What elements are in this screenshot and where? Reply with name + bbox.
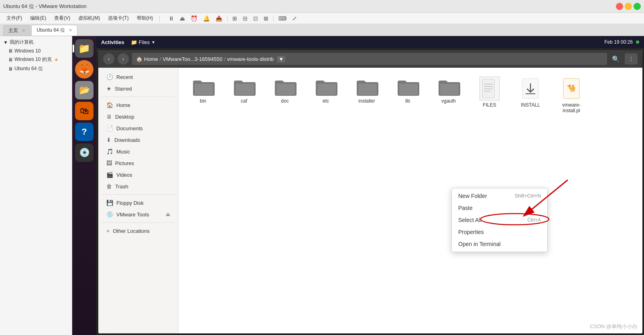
maximize-button[interactable] — [634, 3, 641, 10]
tree-win10[interactable]: 🖥 Windows 10 — [0, 47, 72, 55]
list-item[interactable]: installer — [349, 74, 385, 116]
vmware-window: Ubuntu 64 位 - VMware Workstation 文件(F) 编… — [0, 0, 644, 335]
back-button[interactable]: ‹ — [103, 53, 114, 65]
trash-icon: 🗑 — [106, 183, 112, 190]
dock-help[interactable]: ? — [75, 123, 93, 141]
breadcrumb-dropdown[interactable]: ▼ — [277, 56, 285, 63]
files-file-icon — [479, 77, 500, 101]
file-label-lib: lib — [405, 98, 410, 104]
menu-vm[interactable]: 虚拟机(M) — [75, 14, 103, 22]
toolbar-btn-11[interactable]: ⤢ — [290, 14, 299, 22]
sidebar-sep2 — [102, 194, 175, 195]
menu-tabs[interactable]: 选项卡(T) — [105, 14, 132, 22]
list-item[interactable]: 🐪 vmware-install.pl — [553, 74, 589, 116]
toolbar-btn-4[interactable]: 🔔 — [201, 14, 212, 22]
breadcrumb-home[interactable]: Home — [144, 56, 158, 62]
tree-ubuntu[interactable]: 🖥 Ubuntu 64 位 — [0, 64, 72, 73]
tree-mycomputer[interactable]: ▼ 我的计算机 — [0, 38, 72, 47]
sidebar-item-pictures[interactable]: 🖼 Pictures — [100, 157, 177, 169]
dock-firefox[interactable]: 🦊 — [75, 60, 93, 79]
folder-small-icon: 📁 — [131, 39, 137, 45]
tree-win10-clone[interactable]: 🖥 Windows 10 的克 ★ — [0, 55, 72, 64]
firefox-dock-icon: 🦊 — [79, 64, 90, 75]
toolbar-btn-2[interactable]: ⏏ — [177, 14, 187, 22]
tab-ubuntu[interactable]: Ubuntu 64 位 ✕ — [31, 25, 77, 36]
list-item[interactable]: caf — [226, 74, 262, 116]
minimize-button[interactable] — [625, 3, 632, 10]
breadcrumb-path1[interactable]: VMwareToo...3-16594550 — [163, 56, 222, 62]
vm-icon: 🖥 — [8, 48, 13, 54]
search-button[interactable]: 🔍 — [610, 53, 622, 65]
toolbar-btn-3[interactable]: ⏰ — [188, 14, 200, 22]
tab-ubuntu-close[interactable]: ✕ — [69, 28, 72, 32]
datetime-label: Feb 19 00:26 — [604, 39, 633, 45]
fm-content[interactable]: bin caf — [179, 68, 642, 333]
forward-button[interactable]: › — [118, 53, 129, 65]
help-dock-icon: ? — [81, 127, 87, 137]
status-dot — [636, 40, 639, 44]
dock-files2[interactable]: 📂 — [75, 81, 93, 99]
downloads-icon: ⬇ — [106, 137, 111, 143]
close-button[interactable] — [616, 3, 623, 10]
sidebar-item-videos[interactable]: 🎬 Videos — [100, 169, 177, 180]
toolbar-btn-10[interactable]: ⌨ — [276, 14, 289, 22]
tab-home-close[interactable]: ✕ — [22, 28, 25, 33]
toolbar-btn-5[interactable]: 📤 — [213, 14, 225, 22]
ctx-select-all[interactable]: Select All Ctrl+A — [452, 214, 547, 226]
tab-home[interactable]: 主页 ✕ — [3, 25, 30, 36]
perl-file-icon: 🐪 — [561, 77, 581, 101]
folder-caf-icon — [232, 77, 256, 97]
list-item[interactable]: etc — [308, 74, 344, 116]
sidebar-item-recent[interactable]: 🕐 Recent — [100, 71, 177, 83]
sidebar-item-documents[interactable]: 📄 Documents — [100, 123, 177, 134]
breadcrumb-path2[interactable]: vmware-tools-distrib — [227, 56, 274, 62]
sidebar-item-vmwaretools[interactable]: 💿 VMware Tools ⏏ — [100, 209, 177, 220]
recent-icon: 🕐 — [106, 74, 113, 80]
vmware-tabs-bar: 主页 ✕ Ubuntu 64 位 ✕ — [0, 24, 644, 36]
list-item[interactable]: lib — [390, 74, 426, 116]
dock-appstore[interactable]: 🛍 — [75, 102, 93, 120]
dock-dvd[interactable]: 💿 — [75, 143, 93, 162]
list-item[interactable]: vgauth — [431, 74, 467, 116]
list-item[interactable]: INSTALL — [512, 74, 549, 116]
menu-file[interactable]: 文件(F) — [3, 14, 25, 22]
sidebar-item-floppy[interactable]: 💾 Floppy Disk — [100, 197, 177, 208]
file-manager-window: ‹ › 🏠 Home / VMwareToo...3-16594550 / vm… — [98, 50, 642, 333]
toolbar-btn-6[interactable]: ⊞ — [230, 14, 240, 22]
file-label-doc: doc — [281, 98, 288, 104]
pause-btn[interactable]: ⏸ — [166, 14, 177, 22]
menu-view[interactable]: 查看(V) — [51, 14, 73, 22]
list-item[interactable]: FILES — [471, 74, 508, 116]
files-menu-btn[interactable]: 📁 Files ▼ — [131, 39, 155, 45]
list-item[interactable]: bin — [185, 74, 221, 116]
ctx-paste[interactable]: Paste — [452, 202, 547, 214]
sidebar-item-starred[interactable]: ★ Starred — [100, 83, 177, 94]
ctx-new-folder[interactable]: New Folder Shift+Ctrl+N — [452, 190, 547, 202]
vmware-titlebar: Ubuntu 64 位 - VMware Workstation — [0, 0, 644, 13]
file-label-caf: caf — [241, 98, 247, 104]
view-toggle-btn[interactable]: ⋮ — [625, 53, 638, 65]
menu-edit[interactable]: 编辑(E) — [27, 14, 49, 22]
toolbar-btn-7[interactable]: ⊟ — [240, 14, 250, 22]
eject-button[interactable]: ⏏ — [166, 212, 170, 217]
sidebar-item-trash[interactable]: 🗑 Trash — [100, 181, 177, 192]
menu-help[interactable]: 帮助(H) — [134, 14, 156, 22]
fm-headerbar: ‹ › 🏠 Home / VMwareToo...3-16594550 / vm… — [98, 50, 642, 68]
activities-label[interactable]: Activities — [101, 39, 124, 45]
ubuntu-dock: 📁 🦊 📂 🛍 ? 💿 — [72, 36, 96, 335]
sidebar-item-downloads[interactable]: ⬇ Downloads — [100, 134, 177, 145]
dock-files[interactable]: 📁 — [75, 39, 93, 58]
sidebar-item-music[interactable]: 🎵 Music — [100, 146, 177, 157]
toolbar-btn-9[interactable]: ⊠ — [261, 14, 271, 22]
folder-installer-icon — [355, 77, 379, 97]
sidebar-item-desktop[interactable]: 🖥 Desktop — [100, 111, 177, 122]
ctx-properties[interactable]: Properties — [452, 226, 547, 238]
sidebar-item-home[interactable]: 🏠 Home — [100, 99, 177, 111]
toolbar-btn-8[interactable]: ⊡ — [251, 14, 260, 22]
folder-dock-icon: 📂 — [79, 85, 90, 95]
main-area: ▼ 我的计算机 🖥 Windows 10 🖥 Windows 10 的克 ★ 🖥… — [0, 36, 644, 335]
list-item[interactable]: doc — [267, 74, 303, 116]
ctx-open-terminal[interactable]: Open in Terminal — [452, 238, 547, 250]
home-icon: 🏠 — [106, 102, 113, 108]
sidebar-item-other[interactable]: + Other Locations — [100, 225, 177, 236]
